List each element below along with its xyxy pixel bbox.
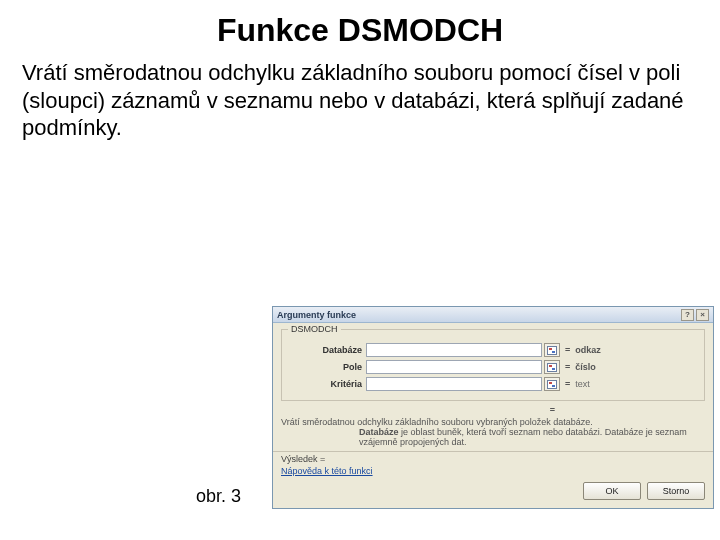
explanation-line-2: Databáze je oblast buněk, která tvoří se…	[281, 427, 705, 447]
close-icon[interactable]: ×	[696, 309, 709, 321]
range-picker-icon[interactable]	[544, 360, 560, 374]
svg-rect-8	[552, 385, 555, 387]
explanation-bold-label: Databáze	[359, 427, 399, 437]
result-row: Výsledek =	[281, 454, 705, 464]
pole-hint: číslo	[575, 362, 596, 372]
svg-rect-7	[549, 382, 552, 384]
dialog-title: Argumenty funkce	[277, 310, 356, 320]
page-description: Vrátí směrodatnou odchylku základního so…	[0, 55, 720, 142]
kriteria-label: Kritéria	[288, 379, 366, 389]
database-input[interactable]	[366, 343, 542, 357]
range-picker-icon[interactable]	[544, 343, 560, 357]
result-equals-line: =	[281, 405, 705, 415]
range-picker-icon[interactable]	[544, 377, 560, 391]
dialog-titlebar: Argumenty funkce ? ×	[273, 307, 713, 323]
explanation-line-1: Vrátí směrodatnou odchylku základního so…	[281, 417, 705, 427]
kriteria-hint: text	[575, 379, 590, 389]
pole-input[interactable]	[366, 360, 542, 374]
figure-caption: obr. 3	[196, 486, 241, 507]
page-title: Funkce DSMODCH	[0, 0, 720, 55]
svg-rect-1	[549, 348, 552, 350]
svg-rect-5	[552, 368, 555, 370]
equals-sign: =	[565, 345, 570, 355]
explanation-rest: je oblast buněk, která tvoří seznam nebo…	[359, 427, 687, 447]
equals-sign: =	[565, 362, 570, 372]
result-label: Výsledek =	[281, 454, 325, 464]
cancel-button[interactable]: Storno	[647, 482, 705, 500]
database-hint: odkaz	[575, 345, 601, 355]
svg-rect-2	[552, 351, 555, 353]
ok-button[interactable]: OK	[583, 482, 641, 500]
explanation-block: = Vrátí směrodatnou odchylku základního …	[281, 405, 705, 447]
divider	[273, 451, 713, 452]
pole-label: Pole	[288, 362, 366, 372]
svg-rect-4	[549, 365, 552, 367]
function-groupbox: DSMODCH Databáze = odkaz Pole = číslo Kr…	[281, 329, 705, 401]
database-label: Databáze	[288, 345, 366, 355]
help-icon[interactable]: ?	[681, 309, 694, 321]
field-row-database: Databáze = odkaz	[288, 343, 698, 357]
kriteria-input[interactable]	[366, 377, 542, 391]
field-row-pole: Pole = číslo	[288, 360, 698, 374]
field-row-kriteria: Kritéria = text	[288, 377, 698, 391]
button-bar: OK Storno	[273, 478, 713, 508]
function-name-label: DSMODCH	[288, 324, 341, 334]
function-arguments-dialog: Argumenty funkce ? × DSMODCH Databáze = …	[272, 306, 714, 509]
bottom-row: Nápověda k této funkci	[281, 466, 705, 476]
svg-rect-0	[548, 346, 557, 354]
svg-rect-3	[548, 363, 557, 371]
svg-rect-6	[548, 380, 557, 388]
equals-sign: =	[565, 379, 570, 389]
help-link[interactable]: Nápověda k této funkci	[281, 466, 373, 476]
